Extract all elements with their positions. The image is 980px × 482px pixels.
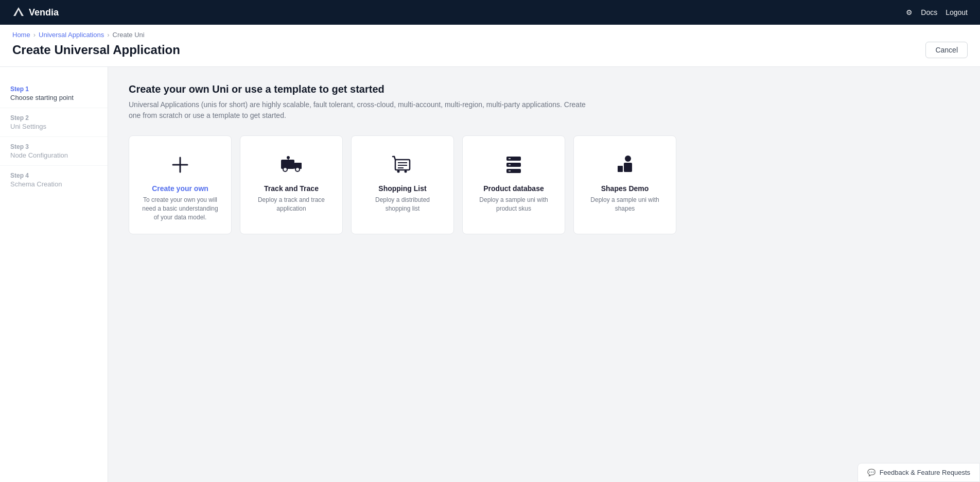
feedback-bar[interactable]: 💬 Feedback & Feature Requests — [857, 463, 980, 482]
breadcrumb-current: Create Uni — [113, 31, 145, 39]
sidebar: Step 1 Choose starting point Step 2 Uni … — [0, 67, 108, 482]
step-1-label: Choose starting point — [10, 94, 97, 101]
step-3-number: Step 3 — [10, 143, 97, 150]
card-shapes-demo-desc: Deploy a sample uni with shapes — [584, 196, 666, 213]
card-track-trace-desc: Deploy a track and trace application — [251, 196, 332, 213]
cart-icon — [390, 152, 415, 177]
step-4-number: Step 4 — [10, 172, 97, 179]
sidebar-step-2[interactable]: Step 2 Uni Settings — [0, 108, 108, 137]
content-description: Universal Applications (unis for short) … — [129, 99, 592, 121]
docs-link[interactable]: Docs — [921, 8, 937, 16]
svg-point-15 — [405, 170, 407, 173]
card-shapes-demo-title: Shapes Demo — [601, 184, 649, 193]
sidebar-step-1[interactable]: Step 1 Choose starting point — [0, 79, 108, 108]
template-cards: Create your own To create your own you w… — [129, 135, 959, 234]
svg-point-22 — [625, 156, 631, 162]
card-track-trace-title: Track and Trace — [264, 184, 319, 193]
logo: Vendia — [12, 6, 59, 19]
cancel-button[interactable]: Cancel — [925, 42, 968, 58]
logo-text: Vendia — [29, 7, 59, 18]
main-content: Create your own Uni or use a template to… — [108, 67, 980, 482]
page-title: Create Universal Application — [12, 43, 180, 57]
breadcrumb-home[interactable]: Home — [12, 31, 30, 39]
content-title: Create your own Uni or use a template to… — [129, 83, 959, 95]
step-2-number: Step 2 — [10, 114, 97, 122]
card-shapes-demo[interactable]: Shapes Demo Deploy a sample uni with sha… — [573, 135, 676, 234]
database-icon — [501, 152, 526, 177]
plus-icon — [168, 152, 192, 177]
svg-rect-24 — [618, 166, 623, 172]
breadcrumb-sep2: › — [107, 31, 109, 39]
truck-icon — [279, 152, 304, 177]
settings-icon[interactable]: ⚙ — [906, 8, 913, 16]
svg-point-6 — [287, 156, 290, 159]
page-header-row: Create Universal Application Cancel — [12, 42, 968, 58]
card-create-own-desc: To create your own you will need a basic… — [139, 196, 221, 221]
card-product-database-title: Product database — [483, 184, 544, 193]
main-layout: Step 1 Choose starting point Step 2 Uni … — [0, 67, 980, 482]
svg-point-9 — [295, 167, 300, 171]
svg-point-8 — [283, 167, 287, 171]
svg-rect-4 — [281, 160, 294, 169]
sidebar-step-3[interactable]: Step 3 Node Configuration — [0, 137, 108, 166]
breadcrumb-universal-apps[interactable]: Universal Applications — [39, 31, 104, 39]
feedback-icon: 💬 — [867, 469, 876, 476]
svg-point-14 — [397, 170, 400, 173]
card-track-trace[interactable]: Track and Trace Deploy a track and trace… — [240, 135, 343, 234]
card-shopping-list[interactable]: Shopping List Deploy a distributed shopp… — [351, 135, 454, 234]
card-shopping-list-desc: Deploy a distributed shopping list — [362, 196, 443, 213]
sidebar-step-4[interactable]: Step 4 Schema Creation — [0, 166, 108, 194]
top-nav: Vendia ⚙ Docs Logout — [0, 0, 980, 25]
vendia-logo-icon — [12, 6, 25, 19]
page-header: Home › Universal Applications › Create U… — [0, 25, 980, 67]
breadcrumb: Home › Universal Applications › Create U… — [12, 31, 968, 39]
step-1-number: Step 1 — [10, 85, 97, 93]
breadcrumb-sep1: › — [33, 31, 36, 39]
step-3-label: Node Configuration — [10, 151, 97, 159]
card-product-database[interactable]: Product database Deploy a sample uni wit… — [462, 135, 565, 234]
logout-button[interactable]: Logout — [946, 8, 968, 16]
feedback-label: Feedback & Feature Requests — [880, 469, 970, 476]
nav-right: ⚙ Docs Logout — [906, 8, 968, 16]
step-2-label: Uni Settings — [10, 123, 97, 130]
svg-rect-23 — [624, 163, 632, 172]
card-create-own-title: Create your own — [152, 184, 208, 193]
shapes-icon — [612, 152, 637, 177]
step-4-label: Schema Creation — [10, 180, 97, 188]
card-shopping-list-title: Shopping List — [378, 184, 426, 193]
card-product-database-desc: Deploy a sample uni with product skus — [473, 196, 554, 213]
card-create-own[interactable]: Create your own To create your own you w… — [129, 135, 232, 234]
